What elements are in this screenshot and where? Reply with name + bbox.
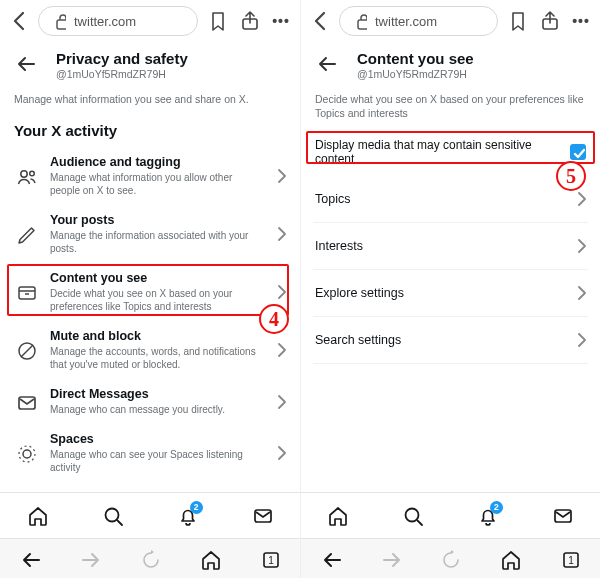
chevron-right-icon [270,442,286,464]
page-content: Privacy and safety @1mUoYf5RmdZR79H Mana… [0,42,300,492]
address-bar[interactable]: twitter.com [38,6,198,36]
pane-left: twitter.com ••• Privacy and safety @1mUo… [0,0,300,578]
row-mute-block[interactable]: Mute and blockManage the accounts, words… [12,321,288,379]
chevron-right-icon [270,281,286,303]
row-explore-settings[interactable]: Explore settings [313,270,588,317]
people-icon [14,165,38,187]
tab-notifications[interactable]: 2 [176,504,200,528]
tab-messages[interactable] [251,504,275,528]
page-description: Decide what you see on X based on your p… [313,88,588,130]
mute-icon [14,339,38,361]
row-spaces[interactable]: SpacesManage who can see your Spaces lis… [12,424,288,482]
page-handle: @1mUoYf5RmdZR79H [56,68,188,80]
row-search-settings[interactable]: Search settings [313,317,588,364]
row-your-posts[interactable]: Your postsManage the information associa… [12,205,288,263]
toolbar-forward [79,548,101,570]
page-back-button[interactable] [315,50,341,74]
browser-toolbar [0,538,300,578]
tab-search[interactable] [401,504,425,528]
url-text: twitter.com [375,14,437,29]
row-content-you-see[interactable]: Content you seeDecide what you see on X … [12,263,288,321]
chevron-right-icon [570,329,586,351]
toolbar-home[interactable] [199,548,221,570]
section-header: Your X activity [12,116,288,147]
tab-home[interactable] [326,504,350,528]
sensitive-content-label: Display media that may contain sensitive… [315,138,562,166]
spaces-icon [14,442,38,464]
toolbar-tabs[interactable] [259,548,281,570]
page-handle: @1mUoYf5RmdZR79H [357,68,474,80]
row-topics[interactable]: Topics [313,176,588,223]
chevron-right-icon [270,339,286,361]
page-description: Manage what information you see and shar… [12,88,288,116]
mail-icon [14,391,38,413]
browser-chrome: twitter.com ••• [301,0,600,42]
toolbar-reload[interactable] [439,548,461,570]
chevron-right-icon [270,165,286,187]
url-text: twitter.com [74,14,136,29]
row-sensitive-content[interactable]: Display media that may contain sensitive… [313,130,588,176]
page-back-button[interactable] [14,50,40,74]
toolbar-reload[interactable] [139,548,161,570]
chevron-right-icon [270,223,286,245]
pen-icon [14,223,38,245]
lock-icon [352,10,367,32]
row-audience-tagging[interactable]: Audience and taggingManage what informat… [12,147,288,205]
toolbar-forward [380,548,402,570]
tab-notifications[interactable]: 2 [476,504,500,528]
bookmark-button[interactable] [504,8,530,34]
sensitive-content-checkbox[interactable] [570,144,586,160]
notif-badge: 2 [490,501,503,514]
page-title: Privacy and safety [56,50,188,67]
row-interests[interactable]: Interests [313,223,588,270]
toolbar-tabs[interactable] [559,548,581,570]
chevron-right-icon [570,188,586,210]
address-bar[interactable]: twitter.com [339,6,498,36]
window-icon [14,281,38,303]
toolbar-back[interactable] [320,548,342,570]
menu-button[interactable]: ••• [568,8,594,34]
browser-toolbar [301,538,600,578]
menu-button[interactable]: ••• [268,8,294,34]
pane-right: twitter.com ••• Content you see @1mUoYf5… [300,0,600,578]
toolbar-home[interactable] [499,548,521,570]
share-button[interactable] [236,8,262,34]
chevron-right-icon [270,391,286,413]
tab-home[interactable] [26,504,50,528]
app-tabbar: 2 [301,492,600,538]
lock-icon [51,10,66,32]
chevron-right-icon [570,282,586,304]
row-direct-messages[interactable]: Direct MessagesManage who can message yo… [12,379,288,424]
bookmark-button[interactable] [204,8,230,34]
tab-search[interactable] [101,504,125,528]
share-button[interactable] [536,8,562,34]
browser-back-button[interactable] [6,8,32,34]
page-content: Content you see @1mUoYf5RmdZR79H Decide … [301,42,600,492]
tab-messages[interactable] [551,504,575,528]
browser-back-button[interactable] [307,8,333,34]
toolbar-back[interactable] [19,548,41,570]
app-tabbar: 2 [0,492,300,538]
browser-chrome: twitter.com ••• [0,0,300,42]
chevron-right-icon [570,235,586,257]
page-title: Content you see [357,50,474,67]
notif-badge: 2 [190,501,203,514]
